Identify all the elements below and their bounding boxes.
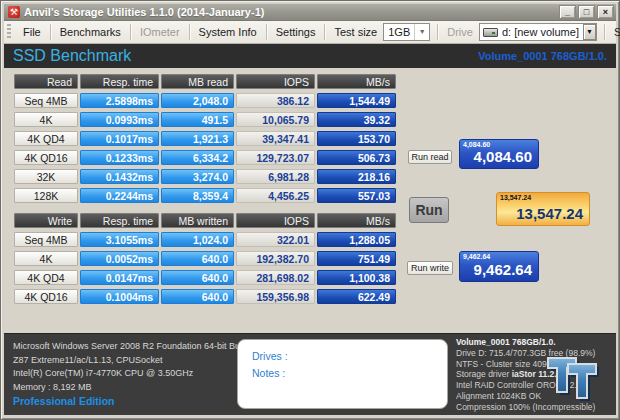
iops-cell: 192,382.70: [236, 251, 315, 266]
notes-label: Notes :: [252, 365, 447, 382]
read-score-small: 4,084.60: [463, 141, 490, 148]
row-label: 4K QD4: [14, 270, 78, 285]
mbwritten-col-header: MB written: [161, 213, 234, 228]
read-score-box: 4,084.60 4,084.60: [459, 139, 539, 169]
resp-cell: 0.1004ms: [80, 289, 159, 304]
resp-cell: 0.0993ms: [80, 112, 159, 127]
write-table: Write Resp. time MB written IOPS MB/s Se…: [14, 213, 396, 304]
resp-cell: 0.1233ms: [80, 150, 159, 165]
menu-iometer: IOmeter: [132, 23, 188, 41]
iops-cell: 159,356.98: [236, 289, 315, 304]
resp-cell: 0.1017ms: [80, 131, 159, 146]
resp-cell: 3.1055ms: [80, 232, 159, 247]
menu-file[interactable]: File: [15, 23, 49, 41]
total-score-box: 13,547.24 13,547.24: [496, 192, 590, 226]
drive-label: Drive: [439, 23, 477, 41]
iops-cell: 386.12: [236, 93, 315, 108]
mb-cell: 640.0: [161, 289, 234, 304]
row-label: 128K: [14, 188, 78, 203]
menu-settings[interactable]: Settings: [268, 23, 324, 41]
benchmark-area: Read Resp. time MB read IOPS MB/s Seq 4M…: [4, 68, 616, 333]
chevron-down-icon[interactable]: ▼: [583, 24, 596, 40]
iops-cell: 10,065.79: [236, 112, 315, 127]
iops-cell: 39,347.41: [236, 131, 315, 146]
read-score: 4,084.60: [474, 148, 532, 165]
app-window: ⚒ Anvil's Storage Utilities 1.1.0 (2014-…: [0, 0, 620, 420]
iops-cell: 6,981.28: [236, 169, 315, 184]
drive-icon: [483, 28, 498, 37]
resp-col-header: Resp. time: [80, 74, 159, 89]
title-bar[interactable]: ⚒ Anvil's Storage Utilities 1.1.0 (2014-…: [4, 4, 616, 21]
mbs-cell: 622.49: [317, 289, 396, 304]
drive-select[interactable]: d: [new volume] ▼: [479, 23, 597, 41]
toolbar-separator: [324, 24, 325, 40]
maximize-button[interactable]: □: [578, 5, 595, 19]
iops-cell: 322.01: [236, 232, 315, 247]
volume-label: Volume_0001 768GB/1.0.: [478, 50, 607, 62]
resp-cell: 0.0052ms: [80, 251, 159, 266]
toolbar-separator: [604, 24, 605, 40]
row-label: 4K: [14, 112, 78, 127]
resp-cell: 0.1432ms: [80, 169, 159, 184]
mb-cell: 1,921.3: [161, 131, 234, 146]
mb-cell: 8,359.4: [161, 188, 234, 203]
write-score-box: 9,462.64 9,462.64: [459, 251, 539, 282]
resp-cell: 0.0147ms: [80, 270, 159, 285]
mbs-cell: 1,544.49: [317, 93, 396, 108]
resp-cell: 2.5898ms: [80, 93, 159, 108]
resp-cell: 0.2244ms: [80, 188, 159, 203]
mb-cell: 491.5: [161, 112, 234, 127]
volume-title: Volume_0001 768GB/1.0.: [456, 337, 595, 348]
mb-cell: 640.0: [161, 251, 234, 266]
minimize-button[interactable]: _: [559, 5, 576, 19]
drives-notes-box[interactable]: Drives : Notes :: [237, 339, 448, 409]
run-button[interactable]: Run: [409, 197, 449, 223]
mb-cell: 3,274.0: [161, 169, 234, 184]
toolbar-separator: [437, 24, 438, 40]
toolbar-separator: [266, 24, 267, 40]
total-score: 13,547.24: [516, 205, 583, 222]
read-col-header: Read: [14, 74, 78, 89]
menu-system-info[interactable]: System Info: [191, 23, 265, 41]
write-col-header: Write: [14, 213, 78, 228]
test-size-label: Test size: [326, 23, 381, 41]
edition-label: Professional Edition: [13, 395, 115, 407]
mbs-cell: 218.16: [317, 169, 396, 184]
write-score-small: 9,462.64: [463, 253, 490, 260]
mbs-cell: 506.73: [317, 150, 396, 165]
drives-label: Drives :: [252, 348, 447, 365]
toolbar-separator: [50, 24, 51, 40]
write-score: 9,462.64: [474, 261, 532, 278]
row-label: 4K: [14, 251, 78, 266]
test-size-select[interactable]: 1GB ▼: [383, 23, 430, 41]
row-label: Seq 4MB: [14, 232, 78, 247]
menu-benchmarks[interactable]: Benchmarks: [52, 23, 129, 41]
section-header: SSD Benchmark Volume_0001 768GB/1.0.: [4, 44, 616, 68]
drive-value: d: [new volume]: [498, 26, 583, 38]
iops-cell: 281,698.02: [236, 270, 315, 285]
mb-cell: 2,048.0: [161, 93, 234, 108]
app-anvil-icon: ⚒: [8, 6, 20, 18]
menu-screenshot[interactable]: Screenshot: [606, 23, 620, 41]
mbs-col-header: MB/s: [317, 213, 396, 228]
mbs-cell: 39.32: [317, 112, 396, 127]
mb-cell: 1,024.0: [161, 232, 234, 247]
run-read-button[interactable]: Run read: [408, 150, 452, 164]
row-label: 4K QD16: [14, 289, 78, 304]
read-table: Read Resp. time MB read IOPS MB/s Seq 4M…: [14, 74, 396, 203]
toolbar-separator: [130, 24, 131, 40]
toolbar-gripper[interactable]: [7, 24, 11, 40]
footer-panel: Microsoft Windows Server 2008 R2 Foundat…: [4, 333, 616, 415]
close-button[interactable]: ×: [597, 5, 614, 19]
row-label: 4K QD4: [14, 131, 78, 146]
page-title: SSD Benchmark: [13, 47, 131, 65]
mbs-cell: 153.70: [317, 131, 396, 146]
mb-cell: 640.0: [161, 270, 234, 285]
iops-cell: 129,723.07: [236, 150, 315, 165]
run-write-button[interactable]: Run write: [407, 261, 453, 275]
chevron-down-icon[interactable]: ▼: [414, 24, 429, 40]
total-score-small: 13,547.24: [500, 194, 531, 201]
resp-col-header: Resp. time: [80, 213, 159, 228]
tweaktown-logo-icon: [541, 351, 603, 407]
mbs-cell: 751.49: [317, 251, 396, 266]
